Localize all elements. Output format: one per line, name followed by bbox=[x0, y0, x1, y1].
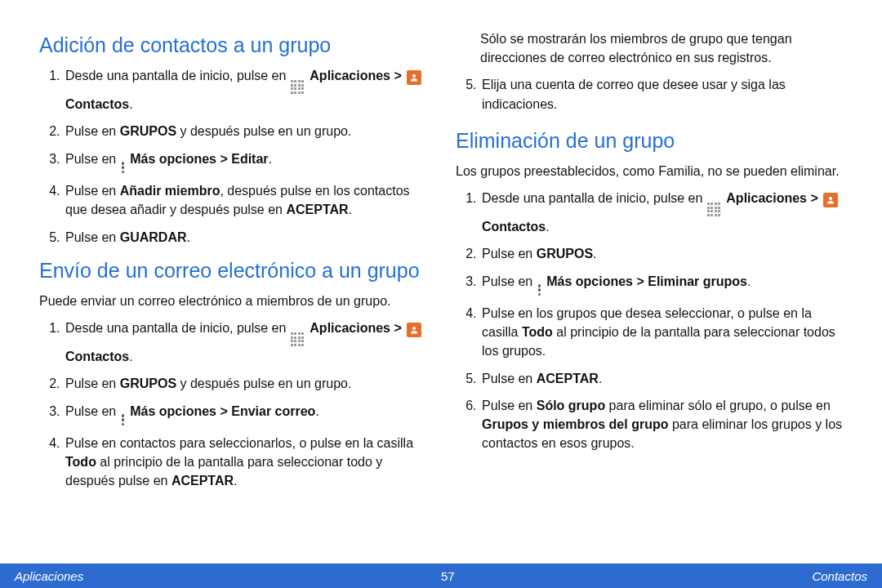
footer-right: Contactos bbox=[812, 569, 867, 583]
step: Pulse en contactos para seleccionarlos, … bbox=[64, 434, 426, 491]
contacts-icon bbox=[823, 193, 838, 207]
right-column: Sólo se mostrarán los miembros de grupo … bbox=[456, 29, 843, 554]
step: Desde una pantalla de inicio, pulse en A… bbox=[480, 189, 843, 236]
step: Pulse en GUARDAR. bbox=[64, 228, 426, 247]
svg-point-1 bbox=[412, 327, 416, 330]
text: y después pulse en un grupo. bbox=[176, 376, 351, 390]
page-footer: Aplicaciones 57 Contactos bbox=[0, 564, 882, 588]
heading-delete-group: Eliminación de un grupo bbox=[456, 128, 843, 154]
text: Pulse en bbox=[482, 274, 537, 288]
apps-grid-icon bbox=[707, 203, 722, 217]
manual-page: Adición de contactos a un grupo Desde un… bbox=[0, 0, 882, 588]
contacts-icon bbox=[407, 323, 421, 337]
bold-text: Todo bbox=[522, 325, 553, 339]
steps-email-group-continued: Sólo se mostrarán los miembros de grupo … bbox=[480, 29, 843, 67]
text: Pulse en bbox=[482, 372, 537, 385]
bold-text: Más opciones > Eliminar grupos bbox=[546, 274, 747, 288]
more-options-icon bbox=[537, 284, 542, 296]
step: Pulse en GRUPOS. bbox=[480, 244, 843, 263]
bold-text: Grupos y miembros del grupo bbox=[482, 417, 668, 431]
text: . bbox=[269, 152, 272, 166]
footer-left: Aplicaciones bbox=[15, 569, 83, 583]
step: Pulse en Más opciones > Editar. bbox=[64, 149, 426, 174]
bold-text: Todo bbox=[65, 455, 96, 469]
text: Pulse en bbox=[65, 152, 120, 166]
bold-text: Aplicaciones > bbox=[726, 191, 822, 205]
more-options-icon bbox=[121, 414, 126, 425]
text: Pulse en bbox=[65, 404, 120, 418]
bold-text: ACEPTAR bbox=[537, 372, 599, 385]
step: Pulse en GRUPOS y después pulse en un gr… bbox=[64, 374, 426, 393]
bold-text: GUARDAR bbox=[120, 230, 187, 244]
lead-delete-group: Los grupos preestablecidos, como Familia… bbox=[456, 162, 843, 180]
text: Desde una pantalla de inicio, pulse en bbox=[65, 69, 290, 82]
text: Pulse en bbox=[65, 184, 120, 198]
text: . bbox=[747, 274, 751, 288]
bold-text: GRUPOS bbox=[120, 124, 176, 138]
bold-text: GRUPOS bbox=[537, 247, 593, 261]
text: . bbox=[349, 203, 352, 216]
bold-text: Contactos bbox=[65, 350, 129, 363]
left-column: Adición de contactos a un grupo Desde un… bbox=[39, 29, 426, 554]
step: Pulse en GRUPOS y después pulse en un gr… bbox=[64, 122, 426, 140]
contacts-icon bbox=[407, 70, 421, 85]
bold-text: Aplicaciones > bbox=[310, 321, 405, 335]
heading-add-contacts-to-group: Adición de contactos a un grupo bbox=[39, 33, 426, 58]
bold-text: Contactos bbox=[65, 97, 129, 111]
text: . bbox=[593, 247, 596, 261]
bold-text: ACEPTAR bbox=[172, 474, 234, 488]
text: Pulse en bbox=[65, 230, 120, 244]
bold-text: GRUPOS bbox=[120, 376, 176, 390]
steps-delete-group: Desde una pantalla de inicio, pulse en A… bbox=[480, 189, 843, 452]
steps-add-contacts: Desde una pantalla de inicio, pulse en A… bbox=[64, 66, 426, 246]
footer-page-number: 57 bbox=[441, 569, 455, 583]
text: . bbox=[599, 372, 602, 385]
text: . bbox=[234, 474, 237, 488]
bold-text: ACEPTAR bbox=[286, 203, 348, 216]
text: para eliminar sólo el grupo, o pulse en bbox=[605, 399, 831, 412]
step: Elija una cuenta de correo que desee usa… bbox=[480, 75, 843, 113]
step: Desde una pantalla de inicio, pulse en A… bbox=[64, 66, 426, 114]
step: Desde una pantalla de inicio, pulse en A… bbox=[64, 318, 426, 366]
bold-text: Más opciones > Editar bbox=[130, 152, 268, 166]
heading-email-group: Envío de un correo electrónico a un grup… bbox=[39, 258, 426, 283]
text: Pulse en contactos para seleccionarlos, … bbox=[65, 436, 413, 450]
bold-text: Sólo grupo bbox=[537, 399, 605, 412]
step: Pulse en Añadir miembro, después pulse e… bbox=[64, 181, 426, 219]
text: . bbox=[129, 97, 132, 111]
steps-email-group-continued-list: Elija una cuenta de correo que desee usa… bbox=[480, 75, 843, 113]
note-text: Sólo se mostrarán los miembros de grupo … bbox=[480, 29, 843, 67]
apps-grid-icon bbox=[291, 332, 305, 347]
bold-text: Contactos bbox=[482, 220, 546, 234]
bold-text: Aplicaciones > bbox=[310, 69, 405, 82]
more-options-icon bbox=[121, 162, 126, 173]
text: Pulse en bbox=[65, 376, 120, 390]
text: Pulse en bbox=[482, 399, 537, 412]
step: Pulse en Más opciones > Enviar correo. bbox=[64, 402, 426, 426]
step: Pulse en los grupos que desea selecciona… bbox=[480, 304, 843, 361]
text: . bbox=[546, 220, 549, 234]
bold-text: Añadir miembro bbox=[120, 184, 220, 198]
text: Pulse en bbox=[65, 124, 120, 138]
steps-email-group: Desde una pantalla de inicio, pulse en A… bbox=[64, 318, 426, 490]
text: Pulse en bbox=[482, 247, 537, 261]
step: Pulse en Sólo grupo para eliminar sólo e… bbox=[480, 396, 843, 453]
bold-text: Más opciones > Enviar correo bbox=[130, 404, 315, 418]
step: Pulse en Más opciones > Eliminar grupos. bbox=[480, 272, 843, 296]
svg-point-2 bbox=[829, 197, 832, 200]
apps-grid-icon bbox=[291, 80, 305, 95]
text: Desde una pantalla de inicio, pulse en bbox=[482, 191, 706, 205]
text: y después pulse en un grupo. bbox=[176, 124, 351, 138]
text: . bbox=[129, 350, 132, 363]
step: Pulse en ACEPTAR. bbox=[480, 369, 843, 388]
text: . bbox=[315, 404, 318, 418]
text: Desde una pantalla de inicio, pulse en bbox=[65, 321, 290, 335]
text: . bbox=[187, 230, 190, 244]
lead-email-group: Puede enviar un correo electrónico a mie… bbox=[39, 292, 426, 310]
svg-point-0 bbox=[412, 74, 416, 78]
content-area: Adición de contactos a un grupo Desde un… bbox=[0, 0, 882, 564]
